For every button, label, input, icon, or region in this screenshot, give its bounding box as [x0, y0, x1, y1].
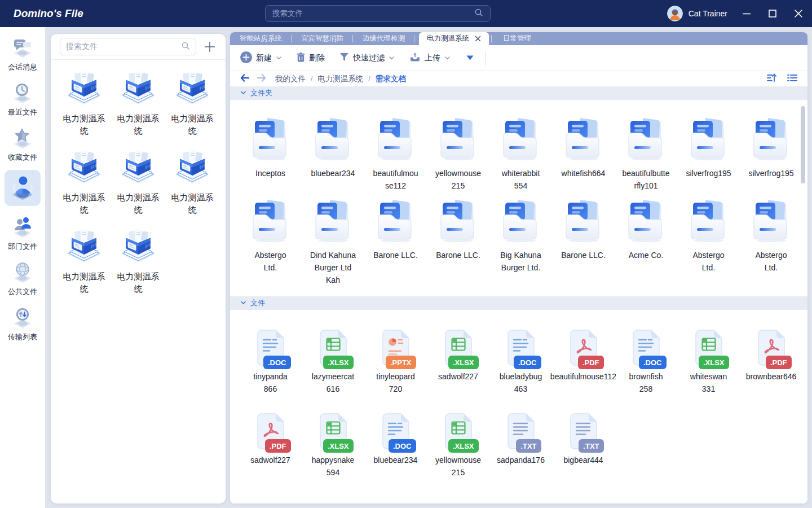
- add-button[interactable]: [203, 40, 217, 54]
- more-actions-caret[interactable]: [466, 55, 474, 60]
- file-icon: .TXT: [568, 413, 599, 450]
- file-name: sadpanda176: [497, 454, 545, 466]
- folder-item[interactable]: Barone LLC.: [552, 182, 615, 296]
- forward-button[interactable]: [257, 74, 266, 84]
- tab[interactable]: 边缘代理检测: [353, 32, 414, 45]
- sidebar-item[interactable]: [0, 170, 45, 207]
- folders-section-header[interactable]: 文件夹: [230, 86, 807, 100]
- sidebar-item[interactable]: 会话消息: [0, 34, 45, 72]
- back-button[interactable]: [240, 74, 249, 84]
- tab[interactable]: 电力测温系统: [419, 32, 489, 45]
- file-icon: .XLSX: [318, 413, 348, 450]
- folder-name: whitefish664: [562, 167, 606, 179]
- quick-filter-button[interactable]: 快速过滤: [339, 52, 395, 63]
- tab-close-icon[interactable]: [475, 36, 481, 42]
- file-item[interactable]: .DOC blueladybug 463: [489, 310, 552, 393]
- panel-folder-item[interactable]: 电力测温系统: [111, 71, 165, 150]
- folder-item[interactable]: whiterabbit 554: [489, 100, 552, 182]
- folder-name: Dind Kahuna Burger Ltd Kah: [310, 249, 356, 286]
- filter-icon: [339, 52, 349, 63]
- folder-item[interactable]: beautifulmouse112: [364, 100, 427, 182]
- minimize-button[interactable]: [742, 9, 751, 18]
- folder-name: Abstergo Ltd.: [248, 249, 294, 274]
- panel-folder-item[interactable]: 电力测温系统: [57, 150, 111, 229]
- file-item[interactable]: .PPTX tinyleopard 720: [364, 310, 427, 393]
- sidebar-item-label: 部门文件: [8, 242, 37, 252]
- new-button[interactable]: 新建: [240, 51, 282, 65]
- folder-item[interactable]: Big Kahuna Burger Ltd.: [489, 182, 552, 296]
- file-item[interactable]: .DOC bluebear234: [364, 393, 427, 487]
- file-item[interactable]: .PDF beautifulmouse112: [552, 310, 615, 393]
- folder-item[interactable]: whitefish664: [552, 100, 615, 182]
- folder-item[interactable]: Barone LLC.: [427, 182, 489, 296]
- panel-folder-item[interactable]: 电力测温系统: [111, 150, 165, 229]
- file-icon: .PDF: [568, 329, 599, 366]
- panel-folder-name: 电力测温系统: [60, 191, 108, 216]
- tab[interactable]: 宜宾智慧消防: [292, 32, 353, 45]
- folder-item[interactable]: yellowmouse 215: [427, 100, 489, 182]
- folder-item[interactable]: Abstergo Ltd.: [677, 182, 740, 296]
- panel-search-input[interactable]: 搜索文件: [60, 38, 196, 55]
- app-title: Domino's File: [14, 7, 83, 20]
- panel-folder-item[interactable]: 电力测温系统: [165, 71, 219, 150]
- filebox-icon: [120, 71, 156, 107]
- folder-item[interactable]: silverfrog195: [740, 100, 802, 182]
- folder-item[interactable]: Abstergo Ltd.: [239, 182, 302, 296]
- sort-icon[interactable]: [767, 73, 777, 85]
- tab[interactable]: 智能站房系统: [230, 32, 292, 45]
- trash-icon: [297, 52, 305, 64]
- file-type-badge: .XLSX: [699, 356, 729, 369]
- folder-item[interactable]: Acme Co.: [615, 182, 677, 296]
- tab[interactable]: 日常管理: [493, 32, 541, 45]
- file-item[interactable]: .DOC tinypanda 866: [239, 310, 302, 393]
- list-view-icon[interactable]: [787, 74, 797, 84]
- sidebar-item[interactable]: 部门文件: [0, 214, 45, 252]
- scrollbar[interactable]: [801, 106, 805, 183]
- breadcrumb-item[interactable]: 我的文件: [275, 74, 306, 84]
- panel-folder-item[interactable]: 电力测温系统: [165, 150, 219, 229]
- file-item[interactable]: .XLSX whiteswan 331: [677, 310, 740, 393]
- panel-folder-item[interactable]: 电力测温系统: [57, 229, 111, 308]
- tab-label: 电力测温系统: [427, 34, 469, 43]
- tab-label: 日常管理: [503, 34, 531, 43]
- breadcrumb-item[interactable]: 电力测温系统: [317, 74, 363, 84]
- files-grid: .DOC tinypanda 866 .XLSX: [230, 310, 807, 487]
- maximize-button[interactable]: [768, 9, 777, 18]
- titlebar: Domino's File 搜索文件 Cat Trainer: [0, 0, 812, 27]
- files-section-header[interactable]: 文件: [230, 296, 807, 310]
- delete-button[interactable]: 删除: [297, 52, 325, 64]
- user-block: Cat Trainer: [667, 0, 727, 27]
- folder-item[interactable]: silverfrog195: [677, 100, 740, 182]
- sidebar-item[interactable]: 公共文件: [0, 259, 45, 297]
- file-item[interactable]: .DOC brownfish 258: [615, 310, 677, 393]
- folder-item[interactable]: Barone LLC.: [364, 182, 427, 296]
- file-item[interactable]: .XLSX yellowmouse 215: [427, 393, 489, 487]
- sidebar-item[interactable]: 最近文件: [0, 80, 45, 117]
- upload-button[interactable]: 上传: [409, 52, 451, 64]
- file-item[interactable]: .TXT sadpanda176: [489, 393, 552, 487]
- folder-item[interactable]: Abstergo Ltd.: [740, 182, 802, 296]
- folder-item[interactable]: beautifulbutterfly101: [615, 100, 677, 182]
- panel-folder-item[interactable]: 电力测温系统: [57, 71, 111, 150]
- file-item[interactable]: .XLSX sadwolf227: [427, 310, 489, 393]
- folder-item[interactable]: Dind Kahuna Burger Ltd Kah: [302, 182, 364, 296]
- titlebar-search-input[interactable]: 搜索文件: [265, 5, 491, 22]
- avatar[interactable]: [667, 6, 683, 21]
- panel-folder-item[interactable]: 电力测温系统: [111, 229, 165, 308]
- file-type-badge: .DOC: [639, 356, 667, 369]
- folder-item[interactable]: bluebear234: [302, 100, 364, 182]
- file-item[interactable]: .PDF sadwolf227: [239, 393, 302, 487]
- sidebar-item[interactable]: 传输列表: [0, 304, 45, 342]
- file-browser-content: 文件夹 Inceptos: [230, 86, 807, 503]
- file-icon: .PDF: [255, 413, 286, 450]
- file-icon: .XLSX: [694, 329, 724, 366]
- file-item[interactable]: .XLSX happysnake 594: [302, 393, 364, 487]
- breadcrumb-item[interactable]: 需求文档: [376, 74, 406, 84]
- folder-item[interactable]: Inceptos: [239, 100, 302, 182]
- folder-name: Barone LLC.: [436, 249, 480, 261]
- sidebar-item[interactable]: 收藏文件: [0, 125, 45, 163]
- file-item[interactable]: .PDF brownbear646: [740, 310, 802, 393]
- file-item[interactable]: .XLSX lazymeercat 616: [302, 310, 364, 393]
- file-item[interactable]: .TXT bigbear444: [552, 393, 615, 487]
- close-button[interactable]: [794, 9, 803, 18]
